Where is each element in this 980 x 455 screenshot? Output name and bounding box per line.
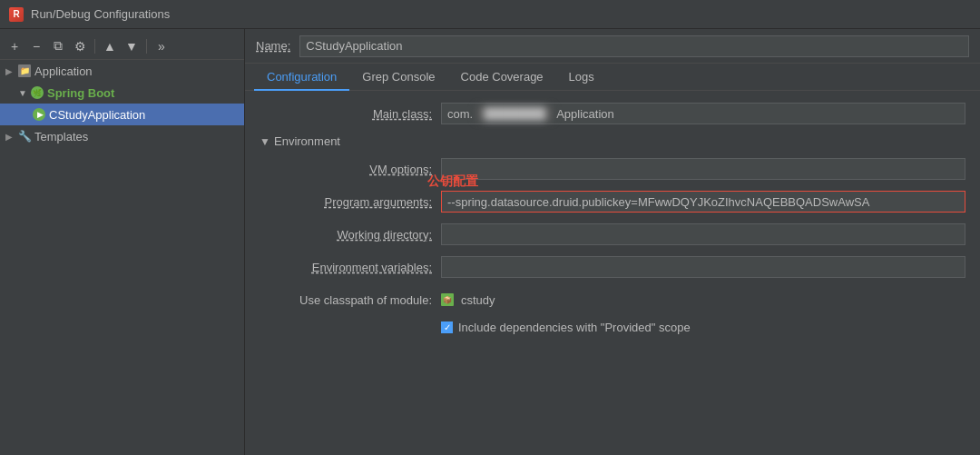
module-row: Use classpath of module: 📦 cstudy	[260, 288, 965, 312]
env-vars-input[interactable]	[441, 256, 965, 278]
cstudy-label: CStudyApplication	[49, 108, 145, 122]
working-dir-label: Working directory:	[260, 228, 441, 242]
environment-chevron: ▼	[260, 135, 269, 148]
templates-label: Templates	[34, 130, 88, 143]
environment-label: Environment	[274, 134, 340, 148]
tree-item-springboot[interactable]: ▼ 🌿 Spring Boot	[0, 82, 244, 104]
tab-configuration[interactable]: Configuration	[254, 64, 349, 91]
move-up-button[interactable]: ▲	[101, 37, 119, 55]
add-config-button[interactable]: +	[5, 37, 24, 55]
module-label: Use classpath of module:	[260, 293, 441, 307]
provided-scope-checkbox[interactable]: ✓	[441, 321, 453, 333]
env-vars-row: Environment variables:	[260, 255, 965, 279]
vm-options-label: VM options:	[260, 163, 441, 176]
vm-options-input[interactable]	[441, 158, 965, 180]
templates-chevron: ▶	[5, 132, 15, 142]
content-panel: Name: Configuration Grep Console Code Co…	[245, 29, 980, 455]
sidebar-toolbar: + − ⧉ ⚙ ▲ ▼ »	[0, 33, 244, 60]
name-input[interactable]	[299, 35, 969, 57]
main-class-field[interactable]: com. ████████ Application	[441, 103, 965, 124]
module-value-container: 📦 cstudy	[441, 293, 965, 307]
environment-section[interactable]: ▼ Environment	[260, 134, 965, 148]
folder-icon: 📁	[18, 64, 31, 77]
tab-logs[interactable]: Logs	[556, 64, 607, 91]
env-vars-label: Environment variables:	[260, 261, 441, 274]
tree-item-cstudy[interactable]: ▶ CStudyApplication	[0, 104, 244, 125]
public-key-annotation: 公钥配置	[427, 173, 478, 190]
sidebar: + − ⧉ ⚙ ▲ ▼ » ▶ 📁 Application ▼ 🌿 Spring…	[0, 29, 245, 455]
remove-config-button[interactable]: −	[27, 37, 45, 55]
name-label: Name:	[256, 39, 290, 53]
tab-code-coverage[interactable]: Code Coverage	[448, 64, 556, 91]
move-down-button[interactable]: ▼	[122, 37, 141, 55]
application-label: Application	[34, 64, 93, 78]
tabs: Configuration Grep Console Code Coverage…	[245, 64, 980, 91]
program-args-container: 公钥配置 Program arguments:	[260, 190, 965, 213]
vm-options-row: VM options:	[260, 157, 965, 181]
program-args-row: Program arguments:	[260, 190, 965, 213]
program-args-input[interactable]	[441, 191, 965, 213]
more-button[interactable]: »	[152, 37, 171, 55]
main-class-suffix: Application	[556, 107, 614, 121]
checkbox-row: ✓ Include dependencies with "Provided" s…	[260, 321, 965, 334]
application-chevron: ▶	[5, 66, 15, 76]
tree-item-templates[interactable]: ▶ 🔧 Templates	[0, 125, 244, 147]
edit-config-button[interactable]: ⚙	[71, 37, 89, 55]
provided-scope-label: Include dependencies with "Provided" sco…	[458, 321, 691, 334]
app-icon: R	[9, 7, 24, 22]
name-row: Name:	[245, 29, 980, 64]
spring-icon: 🌿	[31, 86, 44, 99]
main-class-label: Main class:	[260, 107, 441, 121]
working-dir-input[interactable]	[441, 223, 965, 245]
main-class-blurred: ████████	[476, 106, 553, 121]
toolbar-separator	[94, 39, 95, 54]
tab-grep-console[interactable]: Grep Console	[349, 64, 447, 91]
program-args-label: Program arguments:	[260, 195, 441, 209]
run-icon: ▶	[33, 108, 45, 121]
main-class-row: Main class: com. ████████ Application	[260, 102, 965, 125]
form-area: Main class: com. ████████ Application ▼ …	[245, 91, 980, 455]
main-class-prefix: com.	[447, 107, 473, 121]
main-layout: + − ⧉ ⚙ ▲ ▼ » ▶ 📁 Application ▼ 🌿 Spring…	[0, 29, 980, 455]
copy-config-button[interactable]: ⧉	[49, 37, 67, 55]
working-dir-row: Working directory:	[260, 223, 965, 246]
wrench-icon: 🔧	[18, 130, 31, 143]
module-value: cstudy	[461, 293, 495, 307]
springboot-label: Spring Boot	[47, 86, 114, 100]
title-bar-text: Run/Debug Configurations	[31, 7, 170, 21]
tree-item-application[interactable]: ▶ 📁 Application	[0, 60, 244, 82]
title-bar: R Run/Debug Configurations	[0, 0, 980, 29]
springboot-chevron: ▼	[18, 88, 27, 98]
toolbar-separator-2	[146, 39, 147, 54]
module-icon: 📦	[441, 293, 454, 306]
